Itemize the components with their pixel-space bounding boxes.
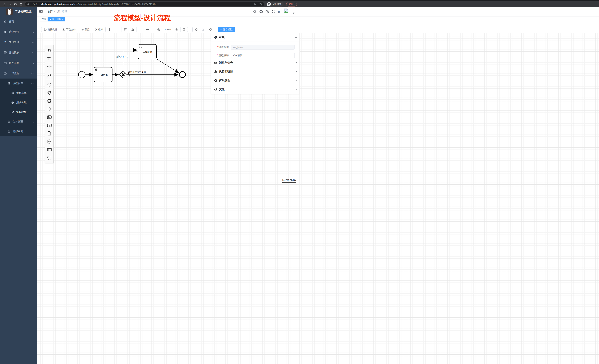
preview-button[interactable]: 预览 [78,27,92,32]
general-fields: *流程标识 *流程名称 [211,42,300,58]
zoom-out-button[interactable] [155,27,162,32]
align-button-group [107,27,151,32]
password-key-icon[interactable] [254,3,256,6]
search-icon [253,10,256,13]
undo-button[interactable] [193,27,200,32]
condition-label-le1[interactable]: 请假小于等于 1 天 [128,71,146,73]
user-task-level2[interactable]: 二级审批 [138,44,157,59]
browser-chrome: 不安全 dashboard.yudao.iocoder.cn/bpm/manag… [0,0,300,7]
panel-section-general[interactable]: i 常规 [211,33,300,42]
briefcase-icon [4,72,7,75]
dashboard-icon [4,20,7,23]
panel-section-message-signal[interactable]: 消息与信号 [211,58,300,67]
bpmn-io-watermark[interactable]: BPMN.iO [282,178,296,182]
bpmn-designer: 打开文件 下载文件 预览 模拟 [37,22,300,182]
tree-list-icon [7,82,10,85]
header-help-button[interactable] [265,10,269,14]
simulate-button[interactable]: 模拟 [92,27,106,32]
download-file-button[interactable]: 下载文件 [60,27,78,32]
sidebar-item-process-management[interactable]: 流程管理 [0,78,37,88]
chevron-right-icon [295,62,297,64]
sidebar-item-process-model[interactable]: 流程模型 [0,107,37,117]
align-center-vertical-button[interactable] [144,27,151,32]
fit-viewport-button[interactable] [180,27,188,32]
save-model-button[interactable]: + 保存模型 [218,27,235,32]
align-center-horizontal-button[interactable] [136,27,144,32]
browser-reload-button[interactable] [13,2,18,7]
breadcrumb-home[interactable]: 首页 [47,10,53,13]
browser-forward-button[interactable] [7,2,13,7]
sidebar-item-process-form[interactable]: 流程表单 [0,88,37,98]
breadcrumb-current: 设计流程 [57,10,67,13]
sidebar-item-infra[interactable]: 基础设施 [0,48,37,58]
panel-section-execution-listener[interactable]: 执行监听器 [211,67,300,76]
condition-label-gt3[interactable]: 请假大于 3 天 [116,55,129,58]
panel-section-other[interactable]: 其他 [211,85,300,94]
start-event[interactable] [79,71,85,78]
folder-open-icon [44,28,47,31]
chevron-right-icon [295,88,297,90]
security-label[interactable]: 不安全 [31,3,38,6]
user-task-level1[interactable]: 一级审批 [94,67,112,82]
zoom-level[interactable]: 100% [162,27,173,32]
browser-back-button[interactable] [1,2,7,7]
sidebar-collapse-button[interactable] [39,10,43,14]
workflow-submenu: 流程管理 流程表单 用户分组 流程模型 任务管理 [0,78,37,136]
avatar[interactable] [284,8,291,15]
sidebar-item-leave-query[interactable]: 请假查询 [0,127,37,136]
sidebar-item-user-group[interactable]: 用户分组 [0,98,37,107]
bpmn-diagram[interactable]: 一级审批 [37,33,211,171]
document-edit-icon [11,92,14,94]
address-bar[interactable]: 不安全 dashboard.yudao.iocoder.cn/bpm/manag… [25,2,264,7]
align-bottom-button[interactable] [129,27,136,32]
flow-gateway-to-task2[interactable] [123,50,137,71]
align-center-horizontal-icon [139,28,142,31]
field-process-key: *流程标识 [211,44,300,51]
avatar-caret-icon[interactable] [293,13,294,14]
restart-button[interactable] [207,27,214,32]
sidebar-item-payment[interactable]: ¥ 支付管理 [0,37,37,48]
refresh-icon [209,28,212,31]
sidebar-item-home[interactable]: 首页 [0,17,37,27]
align-left-button[interactable] [107,27,114,32]
tab-design-process[interactable]: 设计流程 [48,17,65,21]
app-logo-row[interactable]: 芋道管理系统 [0,7,37,16]
sidebar-item-task-management[interactable]: 任务管理 [0,117,37,127]
sidebar-item-devtools[interactable]: 研发工具 [0,58,37,68]
sidebar-item-system[interactable]: 系统管理 [0,27,37,37]
header-fullscreen-button[interactable] [271,10,275,14]
exclusive-gateway[interactable] [120,71,127,78]
bpmn-io-logo-text: BPMN.iO [282,178,296,182]
monitor-check-icon [4,51,7,54]
process-name-input[interactable] [231,53,295,58]
redo-button[interactable] [200,27,207,32]
header-font-size-button[interactable]: tT [277,10,281,14]
panel-section-extended-attributes[interactable]: 扩展属性 [211,76,300,85]
align-top-button[interactable] [122,27,129,32]
chevron-down-icon [32,61,35,64]
close-icon[interactable] [62,18,64,20]
omnibox-divider [40,3,40,6]
bookmark-star-icon[interactable] [259,3,262,6]
tab-home[interactable]: 首页 [40,17,48,21]
sidebar-item-workflow[interactable]: 工作流程 [0,68,37,78]
header-github-button[interactable] [259,10,263,14]
incognito-badge: 无痕模式 [266,2,284,7]
browser-menu-icon[interactable] [295,3,295,6]
preview-label: 预览 [85,28,89,31]
browser-update-button[interactable]: 更新 [286,2,297,7]
end-event[interactable] [179,72,185,78]
align-right-button[interactable] [114,27,122,32]
download-file-label: 下载文件 [66,28,76,31]
section-title: 消息与信号 [219,61,233,65]
process-key-input[interactable] [231,45,295,50]
browser-home-button[interactable] [18,2,24,7]
zoom-in-button[interactable] [173,27,180,32]
header-search-button[interactable] [253,10,257,14]
node-tree-icon [7,120,10,123]
bpmn-canvas[interactable]: 一级审批 [37,33,300,182]
open-file-button[interactable]: 打开文件 [41,27,60,32]
paper-plane-icon [214,88,217,91]
reload-icon [14,3,17,6]
flow-task2-to-end[interactable] [157,59,179,73]
